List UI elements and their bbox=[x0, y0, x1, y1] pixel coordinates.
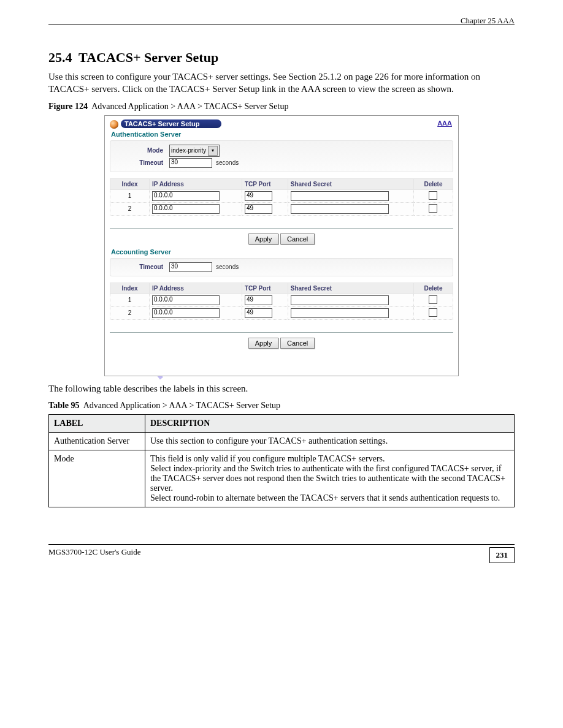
panel-title-pill: TACACS+ Server Setup bbox=[121, 119, 221, 128]
mode-label: Mode bbox=[114, 147, 169, 154]
mode-select[interactable]: index-priority ▾ bbox=[169, 145, 220, 157]
table-row: 2 0.0.0.0 49 bbox=[110, 202, 453, 215]
figure-label-prefix: Figure 124 bbox=[48, 102, 88, 111]
acct-field-block: Timeout 30 seconds bbox=[110, 258, 453, 276]
auth-timeout-unit: seconds bbox=[216, 159, 239, 166]
acct-secret-input-2[interactable] bbox=[291, 308, 389, 318]
th-description: DESCRIPTION bbox=[145, 415, 515, 433]
auth-cancel-button[interactable]: Cancel bbox=[280, 233, 315, 245]
table-row: 1 0.0.0.0 49 bbox=[110, 294, 453, 306]
table-row: Mode This field is only valid if you con… bbox=[49, 450, 515, 507]
auth-delete-checkbox-2[interactable] bbox=[429, 204, 437, 213]
section-paragraph: Use this screen to configure your TACACS… bbox=[48, 70, 515, 96]
th-label: LABEL bbox=[49, 415, 145, 433]
auth-apply-button[interactable]: Apply bbox=[248, 233, 279, 245]
auth-ip-input-2[interactable]: 0.0.0.0 bbox=[152, 204, 220, 214]
page-header-chapter: Chapter 25 AAA bbox=[461, 16, 515, 26]
mode-value: index-priority bbox=[171, 147, 206, 154]
table-row: Authentication Server Use this section t… bbox=[49, 433, 515, 450]
section-name: TACACS+ Server Setup bbox=[79, 50, 218, 65]
chevron-down-icon: ▾ bbox=[208, 146, 218, 156]
auth-secret-input-1[interactable] bbox=[291, 191, 389, 201]
auth-server-table: Index IP Address TCP Port Shared Secret … bbox=[110, 178, 453, 216]
acct-cancel-button[interactable]: Cancel bbox=[280, 338, 315, 349]
auth-port-input-2[interactable]: 49 bbox=[245, 204, 272, 214]
acct-port-input-1[interactable]: 49 bbox=[245, 295, 272, 305]
cell-index: 2 bbox=[110, 202, 150, 215]
section-title: 25.4 TACACS+ Server Setup bbox=[48, 50, 515, 66]
screenshot-tacacs-setup: AAA TACACS+ Server Setup Authentication … bbox=[104, 115, 459, 376]
acct-delete-checkbox-1[interactable] bbox=[429, 295, 437, 304]
acct-timeout-input[interactable]: 30 bbox=[169, 262, 212, 272]
acct-ip-input-2[interactable]: 0.0.0.0 bbox=[152, 308, 220, 318]
auth-field-block: Mode index-priority ▾ Timeout 30 seconds bbox=[110, 140, 453, 172]
table-caption-prefix: Table 95 bbox=[48, 401, 79, 410]
acct-port-input-2[interactable]: 49 bbox=[245, 308, 272, 318]
th-index: Index bbox=[110, 178, 150, 189]
header-rule bbox=[48, 25, 515, 25]
th-port: TCP Port bbox=[242, 282, 288, 294]
th-secret: Shared Secret bbox=[288, 282, 413, 294]
cell-index: 1 bbox=[110, 294, 150, 306]
acct-ip-input-1[interactable]: 0.0.0.0 bbox=[152, 295, 220, 305]
figure-caption: Figure 124 Advanced Application > AAA > … bbox=[48, 102, 515, 112]
acct-timeout-label: Timeout bbox=[114, 264, 169, 270]
cell-index: 2 bbox=[110, 306, 150, 319]
acct-delete-checkbox-2[interactable] bbox=[429, 308, 437, 317]
footer-guide-title: MGS3700-12C User's Guide bbox=[48, 547, 140, 563]
table-row: 1 0.0.0.0 49 bbox=[110, 189, 453, 202]
th-ip: IP Address bbox=[150, 282, 242, 294]
cell-label: Mode bbox=[49, 450, 145, 507]
acct-apply-button[interactable]: Apply bbox=[248, 338, 279, 349]
cell-desc: This field is only valid if you configur… bbox=[145, 450, 515, 507]
acct-bottom-divider bbox=[110, 332, 453, 333]
table-row: 2 0.0.0.0 49 bbox=[110, 306, 453, 319]
auth-timeout-label: Timeout bbox=[114, 159, 169, 166]
auth-secret-input-2[interactable] bbox=[291, 204, 389, 214]
auth-timeout-input[interactable]: 30 bbox=[169, 158, 212, 168]
auth-delete-checkbox-1[interactable] bbox=[429, 191, 437, 200]
th-delete: Delete bbox=[413, 282, 453, 294]
auth-port-input-1[interactable]: 49 bbox=[245, 191, 272, 201]
figure-label: Advanced Application > AAA > TACACS+ Ser… bbox=[91, 102, 288, 111]
table-caption: Table 95 Advanced Application > AAA > TA… bbox=[48, 401, 515, 411]
cell-desc: Use this section to configure your TACAC… bbox=[145, 433, 515, 450]
acct-server-heading: Accounting Server bbox=[111, 248, 453, 256]
th-delete: Delete bbox=[413, 178, 453, 189]
th-ip: IP Address bbox=[150, 178, 242, 189]
th-secret: Shared Secret bbox=[288, 178, 413, 189]
table-caption-text: Advanced Application > AAA > TACACS+ Ser… bbox=[83, 401, 280, 410]
aaa-link[interactable]: AAA bbox=[437, 119, 452, 127]
page-number: 231 bbox=[489, 547, 515, 563]
section-number: 25.4 bbox=[48, 50, 72, 65]
auth-ip-input-1[interactable]: 0.0.0.0 bbox=[152, 191, 220, 201]
table-intro-text: The following table describes the labels… bbox=[48, 382, 515, 395]
th-index: Index bbox=[110, 282, 150, 294]
th-port: TCP Port bbox=[242, 178, 288, 189]
auth-server-heading: Authentication Server bbox=[111, 131, 453, 138]
acct-timeout-unit: seconds bbox=[216, 264, 239, 270]
acct-server-table: Index IP Address TCP Port Shared Secret … bbox=[110, 282, 453, 320]
cell-label: Authentication Server bbox=[49, 433, 145, 450]
orb-icon bbox=[110, 120, 118, 129]
definitions-table: LABEL DESCRIPTION Authentication Server … bbox=[48, 414, 515, 507]
auth-acct-divider bbox=[110, 228, 453, 229]
cell-index: 1 bbox=[110, 189, 150, 202]
acct-secret-input-1[interactable] bbox=[291, 295, 389, 305]
